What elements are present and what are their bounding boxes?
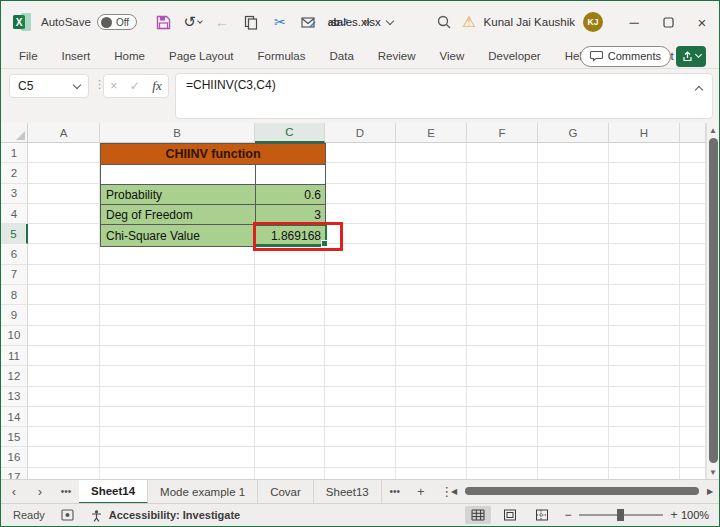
grid-cell[interactable] [609,366,680,386]
grid-cell[interactable] [100,305,255,325]
ribbon-tab-data[interactable]: Data [318,43,366,69]
ribbon-tab-page-layout[interactable]: Page Layout [157,43,246,69]
email-icon[interactable] [298,11,320,33]
sheet-nav-left-icon[interactable]: ‹ [1,480,27,504]
grid-cell[interactable] [609,224,680,244]
grid-cell[interactable] [28,305,100,325]
grid-cell[interactable] [100,387,255,407]
grid-cell[interactable] [467,447,538,467]
add-sheet-icon[interactable]: + [408,480,434,504]
column-header-D[interactable]: D [325,123,396,143]
grid-cell[interactable] [396,447,467,467]
grid-cell[interactable] [467,468,538,479]
page-layout-view-button[interactable] [497,506,523,524]
grid-cell[interactable] [680,143,706,163]
grid-cell[interactable] [680,326,706,346]
cancel-icon[interactable]: × [110,79,117,93]
horizontal-scrollbar[interactable]: ◀ ▶ [447,482,717,500]
table-value-cell[interactable]: 0.6 [256,185,325,204]
grid-cell[interactable] [255,326,325,346]
grid-cell[interactable] [28,163,100,183]
grid-cell[interactable] [609,346,680,366]
grid-cell[interactable] [255,407,325,427]
warning-icon[interactable]: ⚠ [462,13,475,31]
grid-cell[interactable] [325,305,396,325]
grid-cell[interactable] [325,427,396,447]
scroll-down-icon[interactable]: ▼ [707,465,719,479]
cut-icon[interactable]: ✂ [269,11,291,33]
grid-cell[interactable] [680,224,706,244]
vertical-scrollbar-thumb[interactable] [709,138,718,463]
page-break-view-button[interactable] [529,506,555,524]
formula-input[interactable]: =CHIINV(C3,C4) [175,73,713,119]
grid-cell[interactable] [538,407,609,427]
grid-cell[interactable] [325,265,396,285]
grid-cell[interactable] [467,143,538,163]
row-header-1[interactable]: 1 [1,143,28,163]
grid-cell[interactable] [100,427,255,447]
macro-record-icon[interactable] [61,509,74,521]
grid-cell[interactable] [680,346,706,366]
grid-cell[interactable] [609,427,680,447]
sheet-tab-covar[interactable]: Covar [258,480,314,504]
grid-cell[interactable] [467,305,538,325]
grid-cell[interactable] [396,184,467,204]
row-header-4[interactable]: 4 [1,204,28,224]
sheet-list-more-icon[interactable]: ••• [53,480,79,504]
row-header-7[interactable]: 7 [1,265,28,285]
grid-cell[interactable] [28,204,100,224]
grid-cell[interactable] [538,366,609,386]
row-header-15[interactable]: 15 [1,427,28,447]
table-label-cell[interactable]: Deg of Freedom [101,205,256,224]
column-header-A[interactable]: A [28,123,100,143]
grid-cell[interactable] [396,265,467,285]
grid-cell[interactable] [325,468,396,479]
grid-cell[interactable] [538,468,609,479]
row-header-10[interactable]: 10 [1,326,28,346]
grid-cell[interactable] [100,447,255,467]
grid-cell[interactable] [28,447,100,467]
grid-cell[interactable] [255,447,325,467]
select-all-corner[interactable] [1,123,28,143]
sheet-tab-sheet14[interactable]: Sheet14 [79,480,148,504]
grid-cell[interactable] [325,366,396,386]
grid-cell[interactable] [680,244,706,264]
grid-cell[interactable] [680,265,706,285]
zoom-in-icon[interactable]: + [667,508,681,522]
grid-cell[interactable] [467,265,538,285]
grid-cell[interactable] [28,346,100,366]
grid-cell[interactable] [255,427,325,447]
grid-cell[interactable] [467,387,538,407]
grid-cell[interactable] [396,346,467,366]
scroll-right-icon[interactable]: ▶ [703,487,717,496]
sheet-more-icon[interactable]: ••• [382,480,408,504]
ribbon-tab-view[interactable]: View [428,43,477,69]
grid-cell[interactable] [680,387,706,407]
accessibility-status-label[interactable]: Accessibility: Investigate [109,509,240,521]
grid-cell[interactable] [609,204,680,224]
comments-button[interactable]: Comments [580,46,671,67]
grid-cell[interactable] [538,204,609,224]
grid-cell[interactable] [538,427,609,447]
minimize-button[interactable]: ─ [617,1,651,43]
grid-cell[interactable] [538,305,609,325]
table-cell[interactable] [101,165,256,184]
grid-cell[interactable] [538,447,609,467]
grid-cell[interactable] [538,326,609,346]
grid-cell[interactable] [609,326,680,346]
column-header-H[interactable]: H [609,123,680,143]
grid-cell[interactable] [467,244,538,264]
zoom-slider[interactable] [579,514,663,516]
grid-cell[interactable] [325,447,396,467]
collapse-formula-bar-icon[interactable] [695,86,703,94]
normal-view-button[interactable] [465,506,491,524]
grid-cell[interactable] [609,163,680,183]
column-header-E[interactable]: E [396,123,467,143]
row-header-11[interactable]: 11 [1,346,28,366]
search-button[interactable] [431,9,457,35]
grid-cell[interactable] [28,468,100,479]
grid-cell[interactable] [28,407,100,427]
ribbon-tab-developer[interactable]: Developer [476,43,552,69]
grid-cell[interactable] [325,387,396,407]
grid-cell[interactable] [28,285,100,305]
